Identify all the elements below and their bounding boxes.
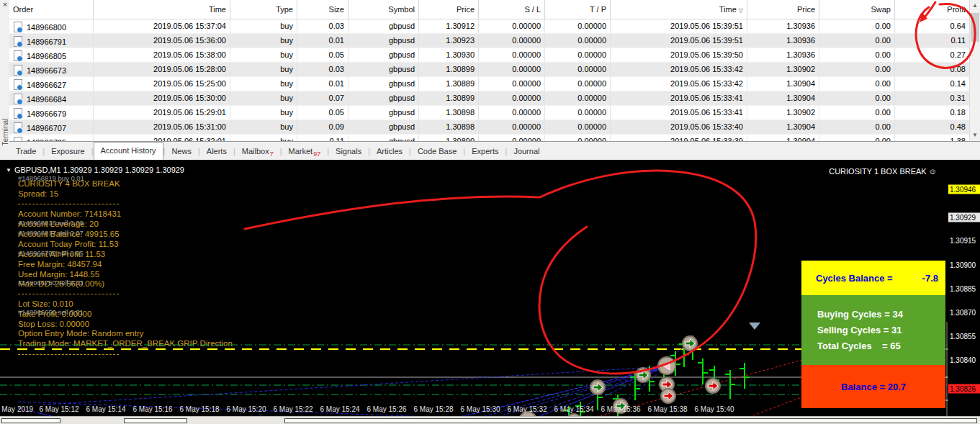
cell-order: 148966684	[9, 91, 94, 105]
time-axis-label: 6 May 15:34	[554, 405, 593, 413]
cell-time: 2019.05.06 15:36:00	[94, 34, 230, 48]
column-header-swap[interactable]: Swap	[819, 0, 895, 19]
cell-size: 0.01	[297, 77, 349, 91]
order-row[interactable]: 1489667912019.05.06 15:36:00buy0.01gbpus…	[9, 34, 970, 48]
time-axis-label: 6 May 15:32	[507, 405, 547, 413]
time-axis-label: 6 May 15:24	[320, 405, 359, 413]
tab-code-base[interactable]: Code Base	[411, 143, 463, 160]
order-row[interactable]: 1489667072019.05.06 15:31:00buy0.09gbpus…	[9, 120, 970, 135]
cell-time: 2019.05.06 15:39:51	[611, 19, 747, 33]
scrollbar-thumb[interactable]	[971, 13, 979, 42]
table-body: 1489668002019.05.06 15:37:04buy0.03gbpus…	[9, 19, 970, 141]
sort-indicator-icon[interactable]: ▽	[739, 7, 743, 14]
trade-marker-circle	[683, 336, 697, 351]
cell-type: buy	[230, 106, 297, 119]
order-document-icon	[14, 22, 22, 32]
cell-price: 1.30904	[747, 120, 819, 134]
tab-exposure[interactable]: Exposure	[45, 143, 91, 160]
cycles-balance-label: Cycles Balance =	[816, 273, 893, 284]
trade-order-label: #148966750 sell 0.03	[18, 279, 84, 287]
tab-news[interactable]: News	[165, 143, 198, 160]
column-header-type[interactable]: Type	[230, 0, 297, 19]
order-row[interactable]: 1489666792019.05.06 15:29:01buy0.05gbpus…	[9, 106, 970, 120]
cell-time: 2019.05.06 15:38:00	[94, 48, 230, 62]
cell-time: 2019.05.06 15:39:50	[611, 48, 747, 62]
column-header-sl[interactable]: S / L	[479, 0, 545, 19]
tab-articles[interactable]: Articles	[370, 143, 409, 160]
column-header-tp[interactable]: T / P	[545, 0, 611, 19]
column-header-price[interactable]: Price	[419, 0, 479, 19]
chart-symbol-title: ▼GBPUSD,M1 1.30929 1.30929 1.30929 1.309…	[6, 166, 184, 174]
cell-swap: 0.00	[819, 91, 895, 105]
cell-price: 1.30904	[747, 135, 819, 141]
cell-price: 1.30899	[419, 91, 479, 105]
tab-signals[interactable]: Signals	[329, 143, 368, 160]
cell-symbol: gbpusd	[349, 91, 419, 105]
scroll-down-icon[interactable]: ▼	[970, 130, 980, 141]
cell-time: 2019.05.06 15:37:04	[94, 19, 230, 33]
cell-size: 0.07	[297, 91, 349, 105]
tab-alerts[interactable]: Alerts	[200, 143, 233, 160]
order-row[interactable]: 1489666272019.05.06 15:25:00buy0.01gbpus…	[9, 77, 970, 91]
cell-sl: 0.00000	[479, 48, 545, 62]
order-row[interactable]: 1489668052019.05.06 15:38:00buy0.05gbpus…	[9, 48, 970, 63]
cell-size: 0.05	[297, 106, 349, 119]
column-header-profit[interactable]: Profit	[895, 0, 970, 19]
scroll-up-icon[interactable]: ▲	[970, 0, 980, 12]
cycles-count-line: Total Cycles = 65	[817, 340, 901, 351]
tab-mailbox[interactable]: Mailbox7	[235, 143, 280, 160]
trade-order-label: #148966818 sell 0.09	[18, 219, 84, 227]
order-row[interactable]: 1489668002019.05.06 15:37:04buy0.03gbpus…	[9, 19, 970, 34]
trade-projection-line-blue	[621, 366, 666, 406]
sell-arrow-icon	[662, 380, 672, 389]
cell-tp: 0.00000	[545, 77, 611, 91]
cell-type: buy	[230, 120, 297, 134]
close-icon[interactable]: ×	[1, 0, 9, 9]
time-axis-label: 6 May 15:38	[647, 405, 687, 413]
background-window-edge	[1, 418, 60, 423]
time-axis-label: 6 May 15:16	[132, 405, 172, 413]
cell-time: 2019.05.06 15:32:01	[94, 135, 230, 141]
trade-marker-circle	[706, 379, 720, 393]
tab-badge: 7	[270, 150, 274, 158]
order-row[interactable]: 1489666842019.05.06 15:30:00buy0.07gbpus…	[9, 91, 970, 106]
bottom-window-strip	[0, 416, 980, 424]
cell-order: 148966627	[9, 77, 94, 91]
cell-profit: 0.31	[895, 91, 970, 105]
ea-comment-line: Lot Size: 0.010	[18, 299, 73, 308]
column-header-time[interactable]: Time▽	[611, 0, 747, 19]
column-header-symbol[interactable]: Symbol	[349, 0, 419, 19]
order-row[interactable]: 1489666732019.05.06 15:28:00buy0.03gbpus…	[9, 63, 970, 77]
order-document-icon	[14, 79, 22, 90]
buy-arrow-icon	[639, 371, 648, 379]
order-row[interactable]: 1489667252019.05.06 15:32:01buy0.11gbpus…	[9, 135, 970, 141]
cell-size: 0.03	[297, 63, 349, 76]
trade-order-label: #148966782 sell 0.05	[18, 249, 84, 257]
cell-order: 148966707	[9, 120, 94, 134]
tab-experts[interactable]: Experts	[465, 143, 505, 160]
trade-marker-circle	[658, 357, 675, 374]
tab-trade[interactable]: Trade	[9, 143, 42, 160]
cycles-balance-box: Cycles Balance = -7.8	[801, 261, 945, 295]
tab-badge: 97	[313, 150, 320, 158]
tab-account-history[interactable]: Account History	[94, 142, 163, 160]
cell-time: 2019.05.06 15:33:42	[611, 63, 747, 76]
cell-symbol: gbpusd	[349, 34, 419, 48]
chevron-down-icon[interactable]: ▼	[6, 167, 12, 173]
price-axis-label: 1.30929	[948, 213, 980, 222]
trade-marker-circle	[660, 377, 674, 392]
column-header-time[interactable]: Time	[94, 0, 230, 19]
chart-area[interactable]: ▼GBPUSD,M1 1.30929 1.30929 1.30929 1.309…	[0, 160, 980, 416]
trade-order-label: #148966819 buy 0.01	[18, 174, 84, 182]
column-header-order[interactable]: Order	[9, 0, 94, 19]
column-header-price[interactable]: Price	[747, 0, 819, 19]
column-header-size[interactable]: Size	[297, 0, 349, 19]
order-document-icon	[14, 94, 22, 104]
price-axis-label: 1.30900	[950, 261, 980, 269]
table-scrollbar[interactable]: ▲ ▼	[969, 0, 980, 141]
tab-market[interactable]: Market97	[282, 143, 328, 160]
cell-order: 148966679	[9, 106, 94, 119]
cell-tp: 0.00000	[545, 106, 611, 119]
tab-journal[interactable]: Journal	[507, 143, 546, 160]
cell-price: 1.30904	[747, 77, 819, 91]
